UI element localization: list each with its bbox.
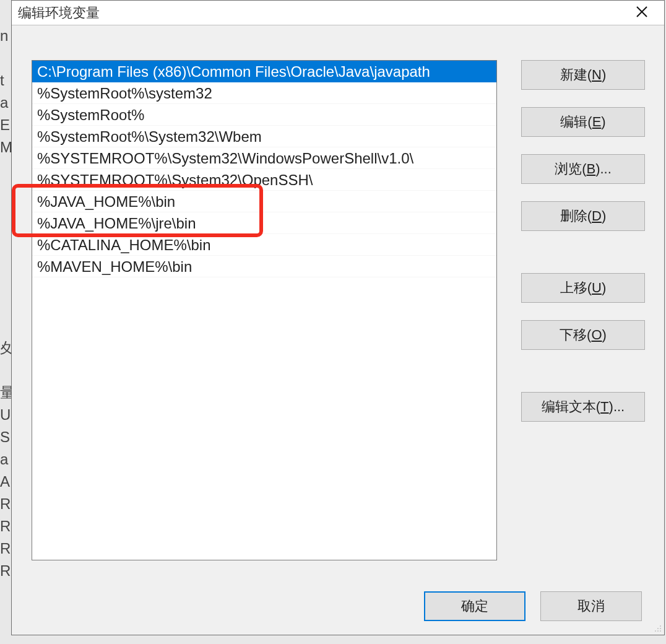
side-button-column: 新建(N) 编辑(E) 浏览(B)... 删除(D) 上移(U) 下移(O): [521, 60, 645, 422]
svg-point-4: [657, 630, 659, 632]
edit-button[interactable]: 编辑(E): [521, 107, 645, 137]
delete-button-label: 删除(D): [560, 207, 607, 225]
svg-point-5: [660, 630, 661, 632]
edit-environment-variable-dialog: 编辑环境变量 C:\Program Files (x86)\Common Fil…: [11, 0, 665, 635]
move-down-button-label: 下移(O): [560, 326, 607, 344]
dialog-body: C:\Program Files (x86)\Common Files\Orac…: [12, 25, 664, 635]
path-entry-row[interactable]: %SystemRoot%: [32, 104, 496, 126]
edit-text-button-label: 编辑文本(T)...: [542, 398, 625, 416]
path-entry-row[interactable]: %CATALINA_HOME%\bin: [32, 234, 496, 256]
path-entry-row[interactable]: %MAVEN_HOME%\bin: [32, 256, 496, 277]
dialog-titlebar: 编辑环境变量: [12, 1, 664, 25]
cancel-button[interactable]: 取消: [540, 591, 642, 621]
resize-grip-icon[interactable]: [652, 622, 662, 632]
svg-point-0: [660, 625, 661, 627]
ok-button[interactable]: 确定: [424, 591, 525, 621]
edit-text-button[interactable]: 编辑文本(T)...: [521, 392, 645, 422]
svg-point-2: [660, 628, 661, 629]
path-entry-row[interactable]: %JAVA_HOME%\jre\bin: [32, 212, 496, 234]
path-entries-listbox[interactable]: C:\Program Files (x86)\Common Files\Orac…: [32, 60, 497, 560]
background-parent-window-fragments: n t a E M 夊 量 U S a A R R R R: [0, 25, 12, 644]
move-up-button-label: 上移(U): [560, 279, 607, 297]
browse-button[interactable]: 浏览(B)...: [521, 154, 645, 184]
new-button-label: 新建(N): [560, 66, 607, 84]
browse-button-label: 浏览(B)...: [555, 160, 612, 178]
dialog-footer: 确定 取消: [12, 589, 664, 624]
path-entry-row[interactable]: %SystemRoot%\System32\Wbem: [32, 126, 496, 147]
cancel-button-label: 取消: [577, 597, 605, 616]
new-button[interactable]: 新建(N): [521, 60, 645, 90]
path-entry-row[interactable]: %SystemRoot%\system32: [32, 82, 496, 104]
path-entry-row[interactable]: %SYSTEMROOT%\System32\WindowsPowerShell\…: [32, 147, 496, 169]
path-entry-row[interactable]: %SYSTEMROOT%\System32\OpenSSH\: [32, 169, 496, 191]
move-down-button[interactable]: 下移(O): [521, 320, 645, 350]
svg-point-1: [657, 628, 659, 629]
dialog-title: 编辑环境变量: [18, 4, 100, 22]
delete-button[interactable]: 删除(D): [521, 201, 645, 231]
path-entry-row[interactable]: C:\Program Files (x86)\Common Files\Orac…: [32, 61, 496, 82]
svg-point-3: [655, 630, 656, 632]
edit-button-label: 编辑(E): [560, 113, 605, 131]
path-entry-row[interactable]: %JAVA_HOME%\bin: [32, 191, 496, 212]
move-up-button[interactable]: 上移(U): [521, 273, 645, 303]
ok-button-label: 确定: [461, 597, 488, 616]
close-icon: [636, 6, 648, 20]
close-button[interactable]: [623, 1, 660, 25]
